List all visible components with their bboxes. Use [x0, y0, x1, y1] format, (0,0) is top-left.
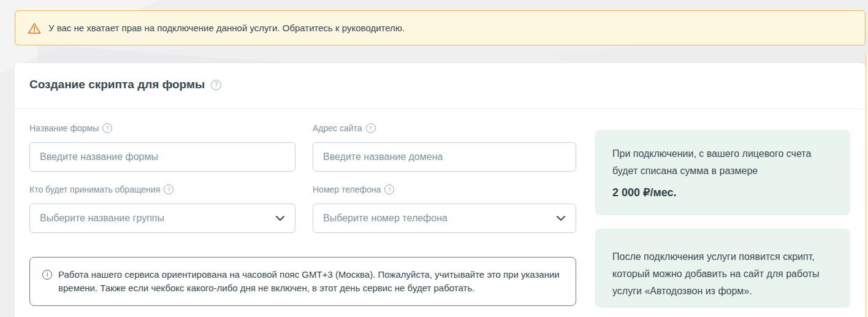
- question-circle-icon[interactable]: ?: [102, 123, 112, 133]
- timezone-notice: i Работа нашего сервиса ориентирована на…: [29, 257, 576, 306]
- field-label: Кто будет принимать обращения ?: [29, 185, 295, 194]
- group-select[interactable]: Выберите название группы: [29, 204, 295, 233]
- field-label-text: Адрес сайта: [313, 123, 362, 133]
- question-circle-icon[interactable]: ?: [366, 123, 376, 133]
- site-address-input[interactable]: [313, 142, 576, 172]
- pricing-panel-text: При подключении, с вашего лицевого счета…: [612, 145, 833, 180]
- permission-warning-banner: У вас не хватает прав на подключение дан…: [15, 10, 866, 45]
- page-title: Создание скрипта для формы ?: [29, 78, 221, 91]
- field-receiving-group: Кто будет принимать обращения ? Выберите…: [29, 185, 295, 233]
- cutoff-element-edge: [866, 54, 868, 317]
- phone-select[interactable]: Выберите номер телефона: [313, 204, 576, 233]
- timezone-notice-text: Работа нашего сервиса ориентирована на ч…: [58, 268, 561, 295]
- phone-select-placeholder: Выберите номер телефона: [323, 213, 447, 224]
- field-label: Номер телефона ?: [313, 185, 576, 194]
- chevron-down-icon: [275, 215, 285, 221]
- title-help-icon[interactable]: ?: [211, 80, 221, 90]
- field-site-address: Адрес сайта ?: [313, 123, 576, 172]
- info-circle-icon: i: [42, 270, 52, 280]
- warning-triangle-icon: [28, 22, 41, 34]
- field-label-text: Номер телефона: [313, 185, 381, 194]
- group-select-placeholder: Выберите название группы: [40, 213, 164, 224]
- form-name-input[interactable]: [29, 142, 295, 172]
- page-title-text: Создание скрипта для формы: [29, 78, 205, 91]
- question-circle-icon[interactable]: ?: [384, 185, 394, 194]
- after-connect-panel: После подключения услуги появится скрипт…: [595, 229, 850, 308]
- warning-text: У вас не хватает прав на подключение дан…: [48, 23, 405, 33]
- field-label: Адрес сайта ?: [313, 123, 576, 133]
- field-form-name: Название формы ?: [29, 123, 295, 172]
- field-label-text: Название формы: [29, 123, 99, 133]
- field-label-text: Кто будет принимать обращения: [29, 185, 160, 194]
- pricing-panel-price: 2 000 ₽/мес.: [612, 185, 833, 200]
- field-phone-number: Номер телефона ? Выберите номер телефона: [313, 185, 576, 233]
- create-form-script-card: Создание скрипта для формы ? Название фо…: [15, 63, 866, 317]
- question-circle-icon[interactable]: ?: [164, 185, 173, 194]
- chevron-down-icon: [556, 215, 566, 221]
- pricing-panel: При подключении, с вашего лицевого счета…: [595, 130, 850, 215]
- after-connect-panel-text: После подключения услуги появится скрипт…: [612, 248, 833, 300]
- header-divider: [15, 109, 866, 109]
- field-label: Название формы ?: [29, 123, 295, 133]
